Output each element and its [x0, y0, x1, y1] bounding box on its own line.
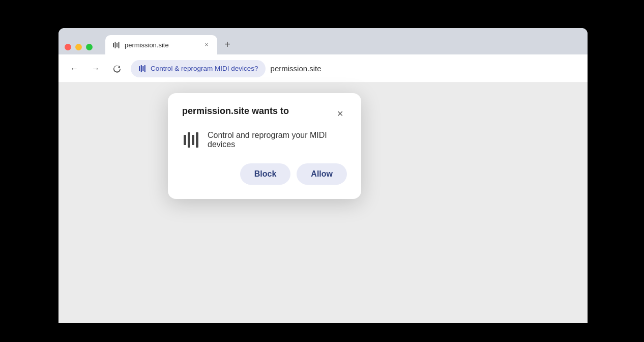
svg-rect-5 [141, 65, 142, 72]
dialog-title: permission.site wants to [182, 105, 289, 117]
back-button[interactable]: ← [67, 61, 82, 76]
svg-rect-1 [114, 42, 115, 48]
active-tab[interactable]: permission.site × [105, 35, 217, 54]
dialog-permission-text: Control and reprogram your MIDI devices [208, 131, 347, 149]
new-tab-button[interactable]: + [219, 36, 236, 52]
svg-rect-4 [139, 66, 140, 71]
close-window-button[interactable] [65, 44, 71, 50]
tab-title: permission.site [125, 41, 198, 49]
svg-rect-0 [113, 43, 114, 47]
permission-pill[interactable]: Control & reprogram MIDI devices? [131, 60, 266, 77]
svg-rect-2 [116, 43, 118, 47]
page-content: permission.site wants to ✕ Control and r… [58, 83, 588, 323]
site-url: permission.site [271, 64, 321, 73]
midi-icon [182, 131, 200, 149]
permission-dialog: permission.site wants to ✕ Control and r… [168, 93, 361, 199]
svg-rect-3 [118, 42, 119, 48]
maximize-window-button[interactable] [86, 44, 93, 50]
reload-button[interactable] [109, 61, 125, 76]
svg-rect-11 [196, 132, 198, 148]
midi-permission-icon [138, 64, 147, 73]
block-button[interactable]: Block [240, 163, 291, 185]
dialog-close-button[interactable]: ✕ [333, 106, 347, 121]
window-controls [65, 44, 105, 54]
minimize-window-button[interactable] [75, 44, 82, 50]
permission-pill-text: Control & reprogram MIDI devices? [151, 65, 258, 72]
dialog-permission-row: Control and reprogram your MIDI devices [182, 131, 347, 149]
forward-button[interactable]: → [88, 61, 103, 76]
dialog-header: permission.site wants to ✕ [182, 105, 347, 121]
tab-close-button[interactable]: × [202, 40, 211, 49]
allow-button[interactable]: Allow [297, 163, 347, 185]
svg-rect-6 [142, 66, 143, 71]
address-bar: Control & reprogram MIDI devices? permis… [131, 60, 579, 77]
svg-rect-9 [188, 132, 190, 148]
tab-favicon-icon [111, 40, 121, 49]
svg-rect-7 [144, 65, 145, 72]
svg-rect-8 [184, 135, 186, 145]
dialog-buttons: Block Allow [182, 163, 347, 185]
nav-bar: ← → Control & reprogram MIDI devices? [58, 54, 588, 83]
browser-window: permission.site × + ← → [58, 28, 588, 323]
svg-rect-10 [192, 135, 194, 145]
tab-bar: permission.site × + [58, 28, 588, 54]
